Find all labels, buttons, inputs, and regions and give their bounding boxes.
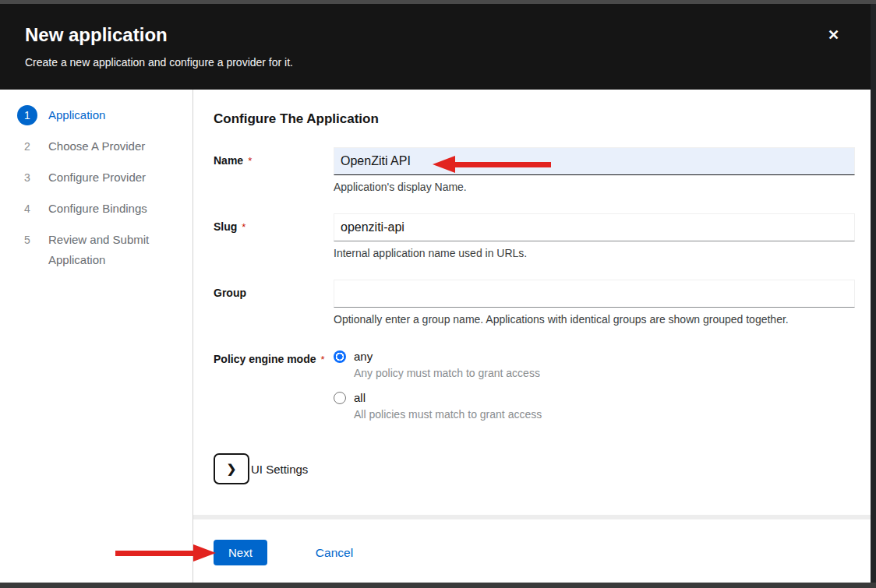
ui-settings-label: UI Settings	[251, 463, 308, 476]
policy-engine-mode-row: Policy engine mode* any Any policy must …	[214, 346, 855, 427]
slug-field-row: Slug* Internal application name used in …	[214, 213, 855, 259]
radio-all-description: All policies must match to grant access	[354, 408, 855, 421]
radio-all-icon[interactable]	[334, 392, 346, 404]
close-icon[interactable]: ✕	[826, 26, 841, 44]
group-input[interactable]	[334, 280, 855, 308]
step-label: Configure Bindings	[48, 199, 147, 219]
slug-input[interactable]	[334, 213, 855, 241]
required-asterisk: *	[242, 221, 245, 233]
form-heading: Configure The Application	[214, 111, 855, 127]
modal-title: New application	[25, 23, 846, 48]
wizard-steps-sidebar: 1 Application 2 Choose A Provider 3 Conf…	[0, 90, 193, 583]
ui-settings-section: ❯ UI Settings	[214, 453, 855, 484]
step-number-badge: 1	[17, 105, 37, 125]
page-backdrop-bottom	[0, 583, 876, 588]
modal-subtitle: Create a new application and configure a…	[25, 56, 846, 69]
name-field-row: Name* Application's display Name.	[214, 147, 855, 193]
name-input[interactable]	[334, 147, 855, 175]
radio-any-label: any	[354, 350, 373, 363]
radio-any-icon[interactable]	[334, 350, 346, 363]
policy-engine-mode-label: Policy engine mode*	[214, 346, 334, 427]
wizard-step-review-submit[interactable]: 5 Review and Submit Application	[17, 230, 182, 270]
radio-option-any[interactable]: any	[334, 346, 855, 363]
wizard-step-configure-bindings[interactable]: 4 Configure Bindings	[17, 199, 182, 219]
step-label: Application	[48, 105, 105, 125]
radio-any-description: Any policy must match to grant access	[354, 367, 855, 379]
wizard-step-configure-provider[interactable]: 3 Configure Provider	[17, 167, 182, 188]
page-backdrop-top	[0, 0, 876, 4]
slug-helper-text: Internal application name used in URLs.	[334, 247, 855, 259]
chevron-right-icon: ❯	[227, 462, 237, 476]
next-button[interactable]: Next	[214, 540, 267, 565]
required-asterisk: *	[320, 354, 324, 365]
name-helper-text: Application's display Name.	[334, 181, 855, 193]
ui-settings-expand-button[interactable]: ❯	[214, 453, 249, 484]
wizard-footer: Next Cancel	[214, 519, 855, 583]
step-label: Configure Provider	[48, 167, 146, 188]
group-helper-text: Optionally enter a group name. Applicati…	[334, 313, 855, 326]
step-label: Choose A Provider	[48, 136, 145, 157]
radio-all-label: all	[354, 391, 366, 404]
step-number: 2	[17, 136, 37, 157]
wizard-step-application[interactable]: 1 Application	[17, 105, 182, 125]
step-label: Review and Submit Application	[48, 230, 182, 270]
radio-option-all[interactable]: all	[334, 386, 855, 404]
wizard-step-choose-provider[interactable]: 2 Choose A Provider	[17, 136, 182, 157]
step-number: 3	[17, 167, 37, 188]
page-backdrop-right	[871, 0, 876, 588]
group-label: Group	[214, 280, 334, 326]
group-field-row: Group Optionally enter a group name. App…	[214, 280, 855, 326]
name-label: Name*	[214, 147, 334, 193]
modal-body: 1 Application 2 Choose A Provider 3 Conf…	[0, 90, 871, 583]
required-asterisk: *	[248, 155, 252, 167]
new-application-modal: New application Create a new application…	[0, 4, 871, 583]
step-number: 5	[17, 230, 37, 250]
cancel-button[interactable]: Cancel	[316, 546, 353, 560]
modal-header: New application Create a new application…	[0, 4, 871, 90]
step-number: 4	[17, 199, 37, 219]
slug-label: Slug*	[214, 213, 334, 259]
wizard-main-panel: Configure The Application Name* Applicat…	[193, 90, 871, 583]
